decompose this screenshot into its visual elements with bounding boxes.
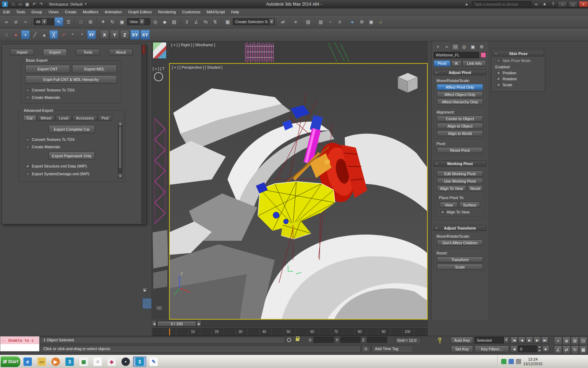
export-mdl-button[interactable]: Export MDL bbox=[72, 65, 117, 73]
advanced-scrollbar[interactable]: ▲ ▼ bbox=[118, 121, 122, 179]
snap-grid-points-icon[interactable]: ∷ bbox=[2, 30, 11, 39]
object-name-field[interactable]: Wishbone_FL bbox=[434, 52, 479, 58]
scale-button[interactable]: Scale bbox=[437, 264, 483, 270]
tab-accessory[interactable]: Accessory bbox=[72, 115, 97, 121]
modify-tab-icon[interactable]: ≈ bbox=[442, 43, 451, 50]
previous-frame-button[interactable]: ◀ bbox=[518, 337, 525, 343]
position-checkbox[interactable]: ✓ Position bbox=[497, 71, 545, 75]
restrict-y-button[interactable]: Y bbox=[110, 30, 119, 40]
snap-face-icon[interactable]: ▲ bbox=[40, 30, 49, 39]
align-icon[interactable]: ≡ bbox=[291, 17, 300, 26]
snap-edge-icon[interactable]: ╱ bbox=[30, 30, 39, 39]
render-production-icon[interactable]: ☼ bbox=[376, 17, 385, 26]
y-coordinate-field[interactable] bbox=[340, 337, 360, 343]
snap-xy-icon[interactable]: XY bbox=[87, 30, 96, 39]
tab-level[interactable]: Level bbox=[56, 115, 72, 121]
affect-hierarchy-only-button[interactable]: Affect Hierarchy Only bbox=[437, 99, 483, 105]
snaps-toggle-icon[interactable]: 3 bbox=[182, 17, 191, 26]
menu-customize[interactable]: Customize bbox=[179, 10, 204, 14]
scroll-up-icon[interactable]: ▲ bbox=[118, 122, 122, 126]
use-working-pivot-button[interactable]: Use Working Pivot bbox=[437, 178, 483, 184]
perspective-viewport-label[interactable]: [ + ] [ Perspective ] [ Shaded ] bbox=[172, 65, 223, 69]
auto-key-button[interactable]: Auto Key bbox=[451, 337, 473, 343]
redo-icon[interactable]: ↷ bbox=[38, 1, 45, 7]
open-file-icon[interactable]: ▭ bbox=[17, 1, 24, 7]
taskbar-media-player[interactable]: ▶ bbox=[49, 356, 62, 367]
key-filters-button[interactable]: Key Filters... bbox=[475, 346, 509, 352]
place-surface-button[interactable]: Surface bbox=[459, 202, 480, 208]
keyboard-override-icon[interactable]: ▤ bbox=[170, 17, 178, 26]
tray-icon-blue[interactable] bbox=[509, 359, 514, 364]
snap-quad-icon[interactable]: * bbox=[78, 30, 86, 39]
select-object-icon[interactable]: ↖ bbox=[55, 17, 63, 26]
transform-button[interactable]: Transform bbox=[437, 257, 483, 263]
edit-working-pivot-button[interactable]: Edit Working Pivot bbox=[437, 171, 483, 177]
isolate-selection-icon[interactable] bbox=[287, 338, 291, 342]
play-button[interactable]: ▶ bbox=[526, 337, 533, 343]
dont-affect-children-button[interactable]: Don't Affect Children bbox=[437, 240, 483, 246]
snap-center-icon[interactable]: * bbox=[68, 30, 77, 39]
motion-tab-icon[interactable]: ◎ bbox=[460, 43, 468, 50]
start-button[interactable]: ⊞ Start bbox=[1, 356, 20, 367]
selection-lock-icon[interactable] bbox=[296, 338, 299, 341]
convert-textures-checkbox[interactable]: Convert Textures To TDX bbox=[26, 88, 118, 92]
set-key-button[interactable]: Set Key bbox=[451, 346, 473, 352]
place-view-button[interactable]: View bbox=[440, 202, 458, 208]
orbit-icon[interactable]: ↻ bbox=[571, 346, 579, 354]
restrict-x-button[interactable]: X bbox=[100, 30, 109, 40]
tab-about[interactable]: About bbox=[109, 49, 133, 55]
use-pivot-center-icon[interactable]: ◎ bbox=[151, 17, 160, 26]
search-input[interactable] bbox=[472, 1, 531, 7]
mirror-icon[interactable]: ⇄ bbox=[279, 17, 287, 26]
close-button[interactable]: × bbox=[579, 1, 588, 7]
workspace-dropdown[interactable]: Workspace: Default ▼ bbox=[48, 1, 89, 7]
snap-endpoint-icon[interactable]: ↗ bbox=[59, 30, 68, 39]
set-keys-icon[interactable] bbox=[438, 338, 441, 341]
export-complete-car-button[interactable]: Export Complete Car bbox=[49, 125, 95, 133]
maximize-viewport-icon[interactable]: ▦ bbox=[579, 346, 587, 354]
working-pivot-rollout[interactable]: − Working Pivot bbox=[433, 161, 486, 166]
adjust-transform-rollout[interactable]: − Adjust Transform bbox=[433, 225, 486, 231]
center-to-object-button[interactable]: Center to Object bbox=[437, 116, 483, 122]
tab-wheel[interactable]: Wheel bbox=[37, 115, 55, 121]
binoculars-icon[interactable]: ∞ bbox=[533, 1, 540, 7]
adjust-pivot-rollout[interactable]: − Adjust Pivot bbox=[433, 69, 486, 75]
menu-modifiers[interactable]: Modifiers bbox=[79, 10, 102, 14]
menu-views[interactable]: Views bbox=[45, 10, 62, 14]
display-tab-icon[interactable]: ▣ bbox=[469, 43, 477, 50]
menu-create[interactable]: Create bbox=[62, 10, 79, 14]
menu-graph-editors[interactable]: Graph Editors bbox=[125, 10, 155, 14]
tab-ped[interactable]: Ped bbox=[98, 115, 112, 121]
rotation-checkbox[interactable]: ✓ Rotation bbox=[497, 77, 545, 81]
undo-icon[interactable]: ↶ bbox=[31, 1, 38, 7]
go-to-start-button[interactable]: |◀ bbox=[510, 337, 518, 343]
track-bar[interactable]: 10 20 30 40 50 60 70 80 90 100 bbox=[152, 328, 428, 336]
next-key-button[interactable]: ▶ bbox=[542, 346, 550, 352]
next-frame-button[interactable]: ▶ bbox=[533, 337, 541, 343]
create-materials-checkbox[interactable]: Create Materials bbox=[26, 95, 118, 100]
edit-named-selections-icon[interactable]: ▦ bbox=[223, 17, 232, 26]
menu-tools[interactable]: Tools bbox=[13, 10, 28, 14]
utilities-tab-icon[interactable]: ⚙ bbox=[477, 43, 486, 50]
align-to-view-checkbox[interactable]: ✓ Align To View bbox=[441, 210, 482, 214]
frame-number-field[interactable]: 0 bbox=[518, 346, 537, 352]
scale-checkbox[interactable]: ✓ Scale bbox=[497, 83, 545, 87]
taskbar-3dsmax[interactable]: 3 bbox=[63, 356, 76, 367]
taskbar-color-app[interactable]: ◆ bbox=[105, 356, 118, 367]
taskbar-3dsmax-active[interactable]: 3 bbox=[133, 356, 146, 367]
named-selection-dropdown[interactable]: Create Selection Se ▼ bbox=[233, 18, 275, 25]
help-icon[interactable]: ? bbox=[550, 1, 556, 7]
add-time-tag[interactable]: Add Time Tag bbox=[371, 345, 413, 353]
taskbar-schematic-app[interactable]: ▦ bbox=[77, 356, 90, 367]
menu-rendering[interactable]: Rendering bbox=[155, 10, 179, 14]
reference-coordinate-dropdown[interactable]: View ▼ bbox=[127, 18, 150, 25]
export-paperwork-button[interactable]: Export Paperwork Only bbox=[49, 152, 95, 160]
taskbar-steam[interactable]: ● bbox=[119, 356, 132, 367]
time-slider-thumb[interactable]: 0 / 100 bbox=[157, 321, 196, 327]
affect-pivot-only-button[interactable]: Affect Pivot Only bbox=[437, 84, 483, 90]
zoom-extents-all-icon[interactable]: ⊡ bbox=[579, 337, 587, 345]
render-setup-icon[interactable]: ⚙ bbox=[357, 17, 366, 26]
restrict-z-button[interactable]: Z bbox=[120, 30, 130, 40]
selection-set-dropdown[interactable]: Selected ▼ bbox=[475, 337, 509, 343]
export-systemdamage-checkbox[interactable]: Export SystemDamage.xml (WIP) bbox=[26, 172, 122, 176]
